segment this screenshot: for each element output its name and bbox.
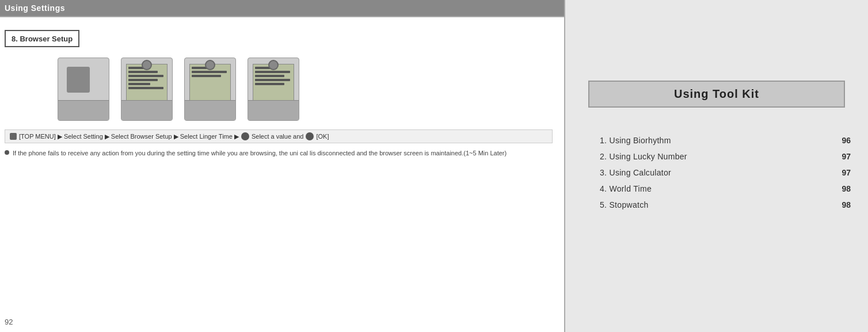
header-title: Using Settings <box>5 3 65 13</box>
phone-image-3 <box>184 58 236 121</box>
toc-item: 2. Using Lucky Number97 <box>600 148 851 165</box>
phone1-avatar <box>67 67 90 93</box>
bullet-text: If the phone fails to receive any action… <box>13 148 507 158</box>
screen-line <box>192 75 221 77</box>
page-number: 92 <box>5 318 13 326</box>
toc-item-page: 98 <box>842 184 851 193</box>
section-title: 8. Browser Setup <box>12 35 73 43</box>
bullet-note: If the phone fails to receive any action… <box>5 148 553 158</box>
toc-item-page: 97 <box>842 168 851 177</box>
toc-item-page: 97 <box>842 152 851 161</box>
nav-instruction: [TOP MENU] ▶ Select Setting ▶ Select Bro… <box>5 129 553 143</box>
phone-images <box>58 58 299 121</box>
screen-line <box>255 79 290 81</box>
phone-image-2 <box>121 58 173 121</box>
toc-item: 1. Using Biorhythm96 <box>600 132 851 148</box>
screen-line <box>128 71 158 73</box>
screen-line <box>255 71 290 73</box>
tool-kit-box: Using Tool Kit <box>588 81 845 108</box>
nav-text: [TOP MENU] ▶ Select Setting ▶ Select Bro… <box>19 133 239 140</box>
phone4-camera <box>268 60 279 70</box>
toc-item-label: 2. Using Lucky Number <box>600 152 687 161</box>
screen-line <box>128 87 163 89</box>
bullet-icon <box>5 150 9 155</box>
tool-kit-title: Using Tool Kit <box>674 87 759 100</box>
toc-item-page: 96 <box>842 136 851 145</box>
toc: 1. Using Biorhythm962. Using Lucky Numbe… <box>600 132 851 213</box>
screen-line <box>192 71 227 73</box>
phone2-bottom <box>121 100 172 120</box>
screen-line <box>128 83 150 85</box>
phone3-camera <box>205 60 215 70</box>
phone3-bottom <box>185 100 235 120</box>
minus-icon <box>10 133 17 140</box>
main-content: Using Settings 8. Browser Setup <box>0 0 564 332</box>
toc-item: 5. Stopwatch98 <box>600 197 851 213</box>
phone1-bottom <box>58 100 109 120</box>
toc-item-label: 1. Using Biorhythm <box>600 136 671 145</box>
dial-icon <box>241 132 249 140</box>
screen-line <box>255 83 284 85</box>
screen-line <box>255 75 284 77</box>
screen-line <box>128 75 163 77</box>
phone-image-4 <box>248 58 299 121</box>
nav-ok-text: [OK] <box>316 133 329 140</box>
toc-item-page: 98 <box>842 200 851 209</box>
screen-line <box>128 79 158 81</box>
right-panel: Using Tool Kit 1. Using Biorhythm962. Us… <box>564 0 868 332</box>
ok-icon <box>306 132 314 140</box>
header-divider <box>0 16 564 17</box>
toc-item: 4. World Time98 <box>600 181 851 197</box>
phone-image-1 <box>58 58 109 121</box>
toc-item-label: 5. Stopwatch <box>600 200 649 209</box>
header-bar: Using Settings <box>0 0 564 16</box>
section-box: 8. Browser Setup <box>5 30 79 47</box>
toc-item-label: 3. Using Calculator <box>600 168 671 177</box>
phone4-bottom <box>248 100 299 120</box>
nav-text2: Select a value and <box>252 133 304 140</box>
toc-item: 3. Using Calculator97 <box>600 165 851 181</box>
toc-item-label: 4. World Time <box>600 184 652 193</box>
phone2-camera <box>142 60 152 70</box>
